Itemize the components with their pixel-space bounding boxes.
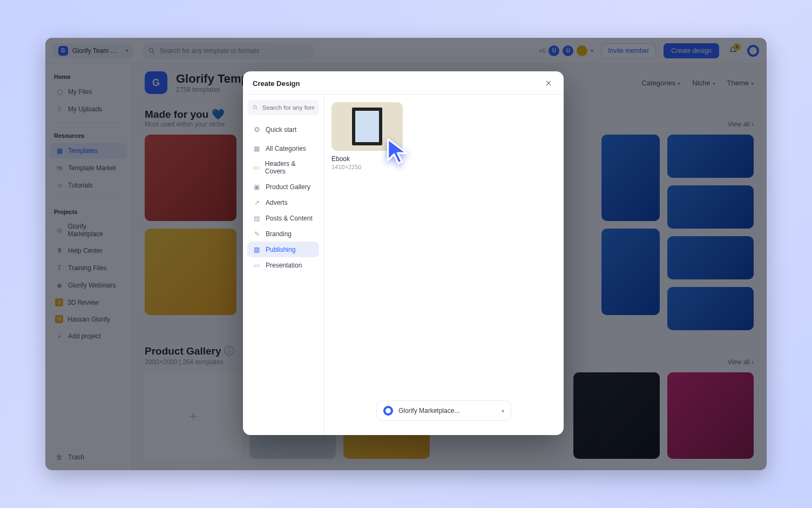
format-thumbnail — [331, 102, 403, 151]
category-label: Posts & Content — [266, 215, 313, 222]
logo-icon — [383, 406, 393, 416]
category-publishing[interactable]: ▥Publishing — [247, 242, 319, 257]
category-label: Adverts — [266, 199, 288, 206]
category-label: Publishing — [266, 246, 295, 253]
svg-point-4 — [253, 105, 256, 109]
category-branding[interactable]: ✎Branding — [247, 226, 319, 242]
category-headers-covers[interactable]: ▭Headers & Covers — [247, 156, 319, 179]
category-label: Quick start — [266, 126, 296, 133]
megaphone-icon: ↗ — [253, 198, 261, 206]
category-label: Product Gallery — [266, 183, 310, 191]
category-quick-start[interactable]: ✪Quick start — [247, 122, 319, 137]
brush-icon: ✎ — [253, 230, 261, 238]
category-label: Headers & Covers — [265, 160, 314, 175]
category-adverts[interactable]: ↗Adverts — [247, 195, 319, 210]
format-search[interactable] — [247, 100, 319, 115]
chevron-down-icon: ▾ — [502, 408, 504, 414]
close-button[interactable] — [543, 78, 554, 89]
project-select[interactable]: Glorify Marketplace... ▾ — [376, 400, 511, 421]
category-product-gallery[interactable]: ▣Product Gallery — [247, 179, 319, 195]
close-icon — [545, 79, 552, 87]
format-dimensions: 1410×2250 — [331, 164, 403, 170]
post-icon: ▤ — [253, 214, 261, 222]
create-design-modal: Create Design ✪Quick start ▦All Categori… — [243, 71, 564, 435]
grid-icon: ▦ — [253, 144, 261, 152]
project-select-label: Glorify Marketplace... — [398, 407, 459, 415]
screen-icon: ▭ — [253, 261, 261, 269]
modal-results: Ebook 1410×2250 Glorify Marketplace... ▾ — [324, 95, 564, 435]
format-tile-ebook[interactable]: Ebook 1410×2250 — [331, 102, 403, 170]
camera-icon: ▣ — [253, 183, 261, 191]
category-label: Branding — [266, 230, 292, 238]
category-posts-content[interactable]: ▤Posts & Content — [247, 210, 319, 226]
category-label: Presentation — [266, 262, 302, 269]
modal-category-sidebar: ✪Quick start ▦All Categories ▭Headers & … — [243, 95, 324, 435]
modal-title: Create Design — [253, 79, 300, 88]
format-label: Ebook — [331, 155, 403, 163]
book-icon: ▥ — [253, 245, 261, 253]
compass-icon: ✪ — [253, 125, 261, 133]
search-icon — [252, 104, 259, 111]
header-icon: ▭ — [253, 164, 260, 172]
svg-line-5 — [256, 108, 257, 109]
category-presentation[interactable]: ▭Presentation — [247, 257, 319, 273]
category-label: All Categories — [266, 145, 306, 152]
format-search-input[interactable] — [262, 104, 314, 111]
category-all[interactable]: ▦All Categories — [247, 141, 319, 156]
